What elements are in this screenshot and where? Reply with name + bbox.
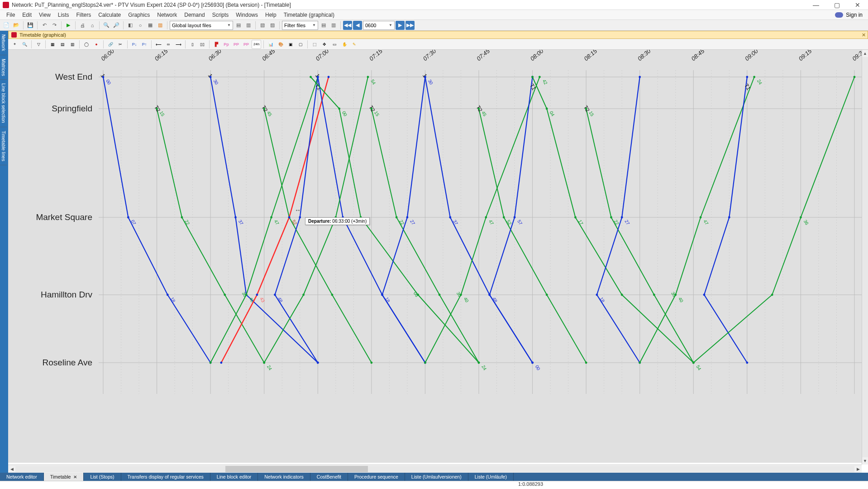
hscroll-thumb[interactable] bbox=[225, 466, 368, 472]
nav-next-icon[interactable]: ▶ bbox=[396, 21, 405, 30]
tool-d-icon[interactable]: ▥ bbox=[156, 21, 165, 30]
nav-play-icon[interactable]: ▶▶ bbox=[405, 21, 415, 30]
panel-close-icon[interactable]: ✕ bbox=[862, 32, 866, 38]
gt-chart-icon[interactable]: 📊 bbox=[266, 40, 275, 49]
gt-col1-icon[interactable]: ▯ bbox=[188, 40, 197, 49]
gt-nav-left-icon[interactable]: ⟵ bbox=[154, 40, 163, 49]
undo-icon[interactable]: ↶ bbox=[40, 21, 49, 30]
scroll-up-icon[interactable]: ▲ bbox=[862, 50, 868, 57]
filter-a-icon[interactable]: ▤ bbox=[319, 21, 328, 30]
side-tab-network[interactable]: Network bbox=[0, 31, 7, 55]
menu-lists[interactable]: Lists bbox=[54, 11, 73, 19]
gt-link2-icon[interactable]: ∞ bbox=[164, 40, 173, 49]
scroll-right-icon[interactable]: ▶ bbox=[854, 465, 862, 473]
scroll-left-icon[interactable]: ◀ bbox=[8, 465, 15, 473]
gt-p-arrow-icon[interactable]: P↓ bbox=[130, 40, 139, 49]
global-layout-combo[interactable]: Global layout files▼ bbox=[170, 21, 233, 30]
side-tab-line-block[interactable]: Line block selection bbox=[0, 80, 7, 127]
zoom-in-icon[interactable]: 🔍 bbox=[102, 21, 111, 30]
menu-network[interactable]: Network bbox=[153, 11, 181, 19]
menu-windows[interactable]: Windows bbox=[232, 11, 262, 19]
time-input[interactable]: 0600▼ bbox=[363, 21, 395, 30]
menu-help[interactable]: Help bbox=[262, 11, 280, 19]
gt-hand-icon[interactable]: ✋ bbox=[340, 40, 349, 49]
gt-grid2-icon[interactable]: ▤ bbox=[58, 40, 67, 49]
gt-grid3-icon[interactable]: ▥ bbox=[68, 40, 77, 49]
gt-stop-icon[interactable]: ▭ bbox=[330, 40, 339, 49]
gt-flag-icon[interactable]: ▛ bbox=[212, 40, 221, 49]
minimize-button[interactable]: — bbox=[806, 0, 826, 10]
side-tab-timetable-lines[interactable]: Timetable lines bbox=[0, 127, 7, 165]
maximize-button[interactable]: ▢ bbox=[826, 0, 847, 10]
gt-pp3-icon[interactable]: PP bbox=[242, 40, 251, 49]
gt-link-icon[interactable]: 🔗 bbox=[106, 40, 115, 49]
close-button[interactable]: ✕ bbox=[847, 0, 868, 10]
print-icon[interactable]: 🖨 bbox=[78, 21, 87, 30]
btab-procedure-seq[interactable]: Procedure sequence bbox=[348, 473, 405, 481]
tool-b-icon[interactable]: ○ bbox=[136, 21, 145, 30]
btab-transfers[interactable]: Transfers display of regular services bbox=[121, 473, 210, 481]
timetable-plot[interactable]: 06:0006:1506:3006:4507:0007:1507:3007:45… bbox=[99, 50, 862, 463]
menu-file[interactable]: File bbox=[3, 11, 19, 19]
nav-prev-icon[interactable]: ◀ bbox=[353, 21, 362, 30]
gt-col2-icon[interactable]: ▯▯ bbox=[198, 40, 207, 49]
gt-nav-right-icon[interactable]: ⟶ bbox=[174, 40, 183, 49]
menu-demand[interactable]: Demand bbox=[181, 11, 208, 19]
nav-first-icon[interactable]: ◀◀ bbox=[343, 21, 352, 30]
gt-pp2-icon[interactable]: PP bbox=[232, 40, 241, 49]
zoom-out-icon[interactable]: 🔎 bbox=[112, 21, 121, 30]
redo-icon[interactable]: ↷ bbox=[50, 21, 59, 30]
btab-network-editor[interactable]: Network editor bbox=[0, 473, 44, 481]
gt-grid1-icon[interactable]: ▦ bbox=[48, 40, 57, 49]
gt-record-icon[interactable]: ● bbox=[92, 40, 101, 49]
btab-network-indicators[interactable]: Network indicators bbox=[258, 473, 310, 481]
gt-pp1-icon[interactable]: Pp bbox=[222, 40, 231, 49]
filter-2-icon[interactable]: ▨ bbox=[268, 21, 277, 30]
btab-cost-benefit[interactable]: CostBenefit bbox=[310, 473, 348, 481]
gt-unlink-icon[interactable]: ✂ bbox=[116, 40, 125, 49]
new-file-icon[interactable]: 📄 bbox=[2, 21, 11, 30]
gt-target-icon[interactable]: ⌖ bbox=[10, 40, 19, 49]
gt-p-up-icon[interactable]: P↑ bbox=[140, 40, 149, 49]
menu-calculate[interactable]: Calculate bbox=[95, 11, 124, 19]
gt-select-icon[interactable]: ⬚ bbox=[310, 40, 319, 49]
menu-scripts[interactable]: Scripts bbox=[209, 11, 233, 19]
filter-files-combo[interactable]: Filter files▼ bbox=[282, 21, 318, 30]
filter-1-icon[interactable]: ▧ bbox=[258, 21, 267, 30]
btab-list-stops[interactable]: List (Stops) bbox=[84, 473, 121, 481]
menu-graphics[interactable]: Graphics bbox=[124, 11, 153, 19]
hscroll-track[interactable] bbox=[15, 466, 854, 472]
menu-view[interactable]: View bbox=[35, 11, 54, 19]
horizontal-scrollbar[interactable]: ◀ ▶ bbox=[8, 465, 862, 473]
filter-b-icon[interactable]: ▥ bbox=[329, 21, 338, 30]
gt-24h-badge[interactable]: 24h bbox=[252, 40, 261, 49]
save-icon[interactable]: 💾 bbox=[26, 21, 35, 30]
tool-a-icon[interactable]: ◧ bbox=[126, 21, 135, 30]
open-file-icon[interactable]: 📂 bbox=[12, 21, 21, 30]
run-icon[interactable]: ▶ bbox=[64, 21, 73, 30]
tool-c-icon[interactable]: ▦ bbox=[146, 21, 155, 30]
gt-pick-icon[interactable]: ✥ bbox=[320, 40, 329, 49]
menu-edit[interactable]: Edit bbox=[19, 11, 35, 19]
signin-area[interactable]: Sign in bbox=[835, 10, 863, 20]
gt-pencil-icon[interactable]: ✎ bbox=[350, 40, 359, 49]
home-icon[interactable]: ⌂ bbox=[88, 21, 97, 30]
gt-tool-y-icon[interactable]: ▢ bbox=[296, 40, 305, 49]
btab-line-block[interactable]: Line block editor bbox=[210, 473, 258, 481]
gt-palette-icon[interactable]: 🎨 bbox=[276, 40, 285, 49]
btab-umlaufversionen[interactable]: Liste (Umlaufversionen) bbox=[405, 473, 468, 481]
gt-circle-icon[interactable]: ◯ bbox=[82, 40, 91, 49]
btab-close-icon[interactable]: ✕ bbox=[73, 475, 77, 479]
chart-area[interactable]: West EndSpringfieldMarket SquareHamillto… bbox=[8, 50, 862, 463]
side-tab-matrices[interactable]: Matrices bbox=[0, 55, 7, 80]
layout-2-icon[interactable]: ▥ bbox=[244, 21, 253, 30]
gt-filter-icon[interactable]: ▽ bbox=[34, 40, 43, 49]
gt-tool-x-icon[interactable]: ▣ bbox=[286, 40, 295, 49]
menu-filters[interactable]: Filters bbox=[73, 11, 95, 19]
vertical-scrollbar[interactable]: ▲ ▼ bbox=[862, 50, 868, 465]
layout-1-icon[interactable]: ▤ bbox=[234, 21, 243, 30]
vscroll-track[interactable] bbox=[862, 57, 868, 457]
btab-timetable[interactable]: Timetable✕ bbox=[44, 473, 84, 481]
scroll-down-icon[interactable]: ▼ bbox=[862, 457, 868, 465]
btab-umlaeufe[interactable]: Liste (Umläufe) bbox=[468, 473, 514, 481]
